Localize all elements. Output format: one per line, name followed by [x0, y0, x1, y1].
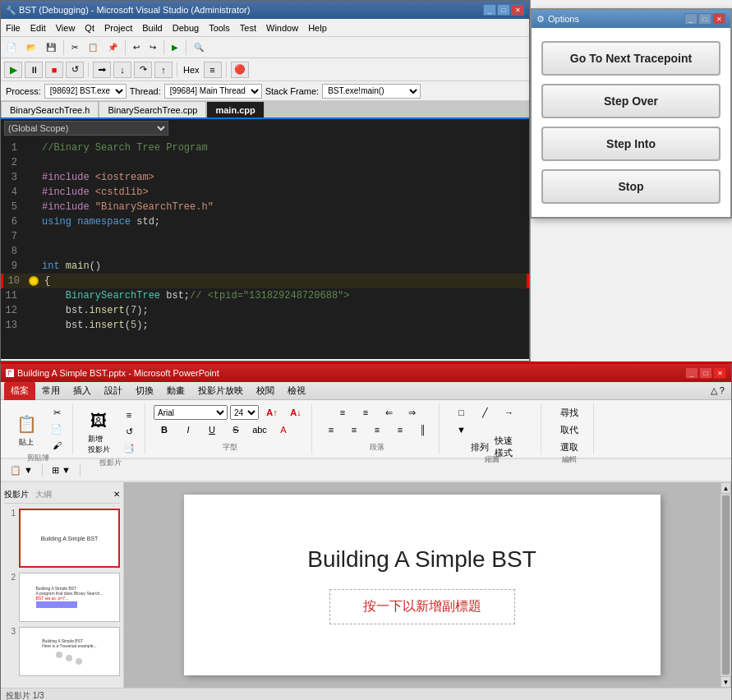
replace-button[interactable]: 取代 — [556, 422, 582, 437]
slide-preview-2[interactable]: Building A Simple BST A program that doe… — [19, 573, 120, 622]
ppt-tab-view[interactable]: 檢視 — [281, 382, 312, 400]
text-shadow-button[interactable]: abc — [249, 422, 270, 437]
strikethrough-button[interactable]: S — [225, 422, 246, 437]
ppt-slide-main[interactable]: Building A Simple BST 按一下以新增副標題 — [184, 495, 661, 675]
toolbar-find[interactable]: 🔍 — [190, 39, 208, 56]
ribbon-new-slide-button[interactable]: 🖼 新增投影片 — [81, 405, 116, 458]
ribbon-reset-button[interactable]: ↺ — [118, 424, 140, 439]
font-decrease-button[interactable]: A↓ — [285, 405, 306, 420]
toolbar-start[interactable]: ▶ — [168, 39, 182, 56]
ribbon-section-button[interactable]: 📑 — [118, 440, 140, 455]
justify-button[interactable]: ≡ — [389, 422, 411, 437]
close-panel-btn[interactable]: ✕ — [113, 490, 120, 499]
thread-select[interactable]: [99684] Main Thread — [164, 84, 262, 99]
scope-select[interactable]: (Global Scope) — [4, 121, 168, 136]
toolbar-copy[interactable]: 📋 — [84, 39, 102, 56]
debug-pause-button[interactable]: ⏸ — [25, 62, 43, 78]
find-button[interactable]: 尋找 — [556, 405, 582, 420]
vs-close-button[interactable]: ✕ — [511, 4, 524, 16]
shape-arrow-button[interactable]: → — [499, 405, 520, 420]
underline-button[interactable]: U — [201, 422, 223, 437]
ribbon-cut-button[interactable]: ✂ — [46, 405, 67, 420]
vs-minimize-button[interactable]: _ — [483, 4, 496, 16]
toolbar-cut[interactable]: ✂ — [67, 39, 82, 56]
ppt-close-button[interactable]: ✕ — [713, 367, 726, 379]
tab-binarysearchtreeh[interactable]: BinarySearchTree.h — [1, 101, 99, 117]
menu-edit[interactable]: Edit — [25, 21, 51, 35]
tab-binarysearchtreecpp[interactable]: BinarySearchTree.cpp — [99, 101, 206, 117]
debug-continue-button[interactable]: ▶ — [4, 62, 22, 78]
slide-main-subtitle[interactable]: 按一下以新增副標題 — [329, 589, 515, 624]
select-button[interactable]: 選取 — [556, 440, 582, 454]
bullets-button[interactable]: ≡ — [332, 405, 353, 420]
menu-window[interactable]: Window — [261, 21, 303, 35]
stack-select[interactable]: BST.exe!main() — [322, 84, 421, 99]
ppt-maximize-button[interactable]: □ — [699, 367, 712, 379]
step-over-button[interactable]: Step Over — [541, 84, 720, 118]
align-left-button[interactable]: ≡ — [320, 422, 342, 437]
ppt-tab-insert[interactable]: 插入 — [67, 382, 98, 400]
ppt-minimize-button[interactable]: _ — [685, 367, 698, 379]
scroll-up-arrow[interactable]: ▲ — [720, 482, 731, 494]
ppt-tab-file[interactable]: 檔案 — [4, 382, 35, 400]
ribbon-copy-button[interactable]: 📄 — [46, 421, 67, 436]
options-close-button[interactable]: ✕ — [712, 13, 725, 25]
scroll-thumb[interactable] — [722, 495, 730, 675]
slide-preview-1[interactable]: Building A Simple BST — [19, 509, 120, 568]
shape-rect-button[interactable]: □ — [451, 405, 472, 420]
ppt-tab-transitions[interactable]: 切換 — [129, 382, 160, 400]
debug-show-next-btn[interactable]: ⮕ — [93, 62, 111, 78]
font-increase-button[interactable]: A↑ — [261, 405, 283, 420]
tab-maincpp[interactable]: main.cpp — [206, 101, 264, 117]
format-layout-btn[interactable]: ⊞ ▼ — [48, 463, 75, 477]
menu-test[interactable]: Test — [235, 21, 261, 35]
scroll-down-arrow[interactable]: ▼ — [720, 676, 731, 688]
debug-breakpoints-btn[interactable]: 🔴 — [231, 62, 249, 78]
ppt-edit-area[interactable]: Building A Simple BST 按一下以新增副標題 — [124, 482, 720, 688]
debug-step-into-btn[interactable]: ↓ — [113, 62, 131, 78]
stop-button[interactable]: Stop — [541, 169, 720, 204]
menu-file[interactable]: File — [1, 21, 25, 35]
toolbar-undo[interactable]: ↩ — [129, 39, 144, 56]
menu-qt[interactable]: Qt — [80, 21, 99, 35]
font-size-select[interactable]: 24 — [230, 405, 259, 420]
ppt-tab-home[interactable]: 常用 — [35, 382, 67, 400]
outline-tab[interactable]: 大綱 — [35, 489, 52, 500]
step-into-button[interactable]: Step Into — [541, 127, 720, 161]
font-color-button[interactable]: A — [273, 422, 294, 437]
ribbon-format-painter-button[interactable]: 🖌 — [46, 438, 67, 453]
toolbar-new[interactable]: 📄 — [2, 39, 21, 56]
font-family-select[interactable]: Arial — [154, 405, 228, 420]
slide-thumb-3[interactable]: 3 Building A Simple BST Here is a Traver… — [4, 627, 120, 676]
slides-tab[interactable]: 投影片 — [4, 489, 29, 500]
align-right-button[interactable]: ≡ — [366, 422, 388, 437]
columns-button[interactable]: ║ — [412, 422, 434, 437]
menu-help[interactable]: Help — [303, 21, 332, 35]
menu-view[interactable]: View — [51, 21, 81, 35]
debug-step-over-btn[interactable]: ↷ — [134, 62, 152, 78]
quick-styles-button[interactable]: 快速樣式 — [493, 440, 514, 454]
toolbar-paste[interactable]: 📌 — [104, 39, 122, 56]
format-view-btn[interactable]: 📋 ▼ — [6, 463, 37, 477]
ppt-tab-review[interactable]: 校閱 — [250, 382, 281, 400]
debug-step-out-btn[interactable]: ↑ — [154, 62, 173, 78]
increase-indent-button[interactable]: ⇒ — [401, 405, 422, 420]
menu-build[interactable]: Build — [137, 21, 167, 35]
ppt-tab-animations[interactable]: 動畫 — [160, 382, 191, 400]
shape-line-button[interactable]: ╱ — [475, 405, 496, 420]
align-center-button[interactable]: ≡ — [343, 422, 365, 437]
ribbon-paste-button[interactable]: 📋 貼上 — [9, 408, 44, 450]
ppt-tab-help[interactable]: △ ? — [704, 382, 731, 400]
vs-code-editor[interactable]: 1 //Binary Search Tree Program 2 3 #incl… — [1, 137, 529, 359]
toolbar-open[interactable]: 📂 — [22, 39, 40, 56]
italic-button[interactable]: I — [177, 422, 199, 437]
shape-more-button[interactable]: ▼ — [451, 422, 472, 437]
vs-maximize-button[interactable]: □ — [497, 4, 510, 16]
ribbon-layout-button[interactable]: ≡ — [118, 408, 140, 422]
slide-preview-3[interactable]: Building A Simple BST Here is a Traversa… — [19, 627, 120, 676]
menu-project[interactable]: Project — [99, 21, 137, 35]
options-maximize-button[interactable]: □ — [698, 13, 711, 25]
toolbar-save[interactable]: 💾 — [42, 39, 60, 56]
numbering-button[interactable]: ≡ — [355, 405, 376, 420]
process-select[interactable]: [98692] BST.exe — [44, 84, 127, 99]
